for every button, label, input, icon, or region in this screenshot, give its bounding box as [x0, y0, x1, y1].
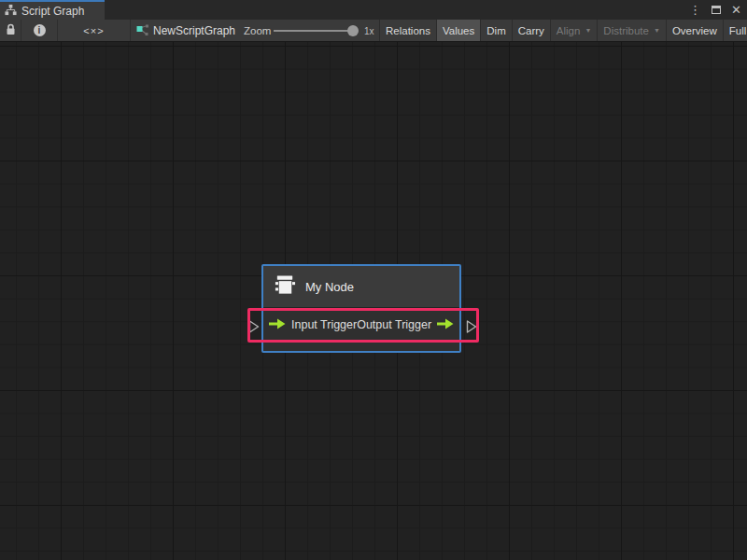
tab-title: Script Graph: [21, 5, 84, 18]
node-my-node[interactable]: My Node Input Trigger Output Trigger: [261, 264, 461, 353]
lock-icon: [6, 22, 16, 39]
toolbar-button-label: Distribute: [603, 25, 649, 36]
tab-script-graph[interactable]: Script Graph: [0, 0, 105, 20]
toolbar-button-distribute[interactable]: Distribute▼: [597, 20, 666, 41]
input-port-label: Input Trigger: [291, 318, 357, 331]
toolbar-buttons: RelationsValuesDimCarryAlign▼Distribute▼…: [379, 20, 747, 41]
graph-toolbar: i <×> NewScriptGraph Zoom 1x RelationsVa…: [0, 20, 747, 42]
toolbar-button-relations[interactable]: Relations: [379, 20, 436, 41]
toolbar-button-values[interactable]: Values: [436, 20, 480, 41]
toolbar-button-label: Carry: [518, 25, 544, 36]
zoom-value: 1x: [364, 26, 374, 36]
maximize-icon[interactable]: [712, 6, 721, 14]
script-graph-window: Script Graph ⋮ ✕ i <×>: [0, 0, 747, 560]
tab-bar: Script Graph ⋮ ✕: [0, 0, 747, 20]
script-graph-asset-icon: [136, 24, 149, 41]
output-connection-triangle[interactable]: [466, 319, 477, 338]
info-button[interactable]: i: [21, 20, 58, 41]
output-port-label: Output Trigger: [357, 318, 431, 331]
toolbar-button-full-screen[interactable]: Full Screen: [723, 20, 747, 41]
node-header[interactable]: My Node: [263, 266, 459, 308]
lock-button[interactable]: [0, 20, 21, 41]
menu-kebab-icon[interactable]: ⋮: [689, 4, 701, 16]
input-port[interactable]: Input Trigger: [269, 315, 357, 334]
toolbar-button-carry[interactable]: Carry: [512, 20, 550, 41]
graph-name-label[interactable]: NewScriptGraph: [153, 24, 235, 37]
zoom-slider-track[interactable]: [274, 30, 358, 32]
toolbar-button-label: Values: [443, 25, 474, 36]
toolbar-button-label: Dim: [486, 25, 505, 36]
hierarchy-icon: [5, 3, 17, 20]
toolbar-button-label: Align: [557, 25, 581, 36]
output-trigger-arrow-icon: [437, 316, 454, 333]
window-controls: ⋮ ✕: [689, 0, 741, 20]
zoom-label: Zoom: [244, 25, 271, 36]
chevron-down-icon: ▼: [585, 27, 591, 34]
toolbar-button-overview[interactable]: Overview: [666, 20, 723, 41]
chevron-down-icon: ▼: [654, 27, 660, 34]
toolbar-button-label: Overview: [672, 25, 717, 36]
input-trigger-arrow-icon: [269, 316, 286, 333]
graph-canvas[interactable]: My Node Input Trigger Output Trigger: [0, 42, 747, 560]
close-icon[interactable]: ✕: [731, 4, 741, 16]
info-icon: i: [34, 24, 46, 36]
zoom-to-fit-button[interactable]: <×>: [58, 20, 131, 41]
output-port[interactable]: Output Trigger: [357, 315, 454, 334]
unit-node-icon: [274, 273, 297, 301]
node-ports-row: Input Trigger Output Trigger: [263, 308, 459, 349]
toolbar-button-label: Relations: [386, 25, 430, 36]
node-title: My Node: [305, 280, 354, 294]
input-connection-triangle[interactable]: [248, 319, 260, 338]
zoom-to-fit-icon: <×>: [83, 25, 104, 36]
toolbar-button-label: Full Screen: [729, 25, 747, 36]
toolbar-button-dim[interactable]: Dim: [480, 20, 511, 41]
zoom-slider-knob[interactable]: [347, 25, 359, 36]
toolbar-button-align[interactable]: Align▼: [550, 20, 598, 41]
